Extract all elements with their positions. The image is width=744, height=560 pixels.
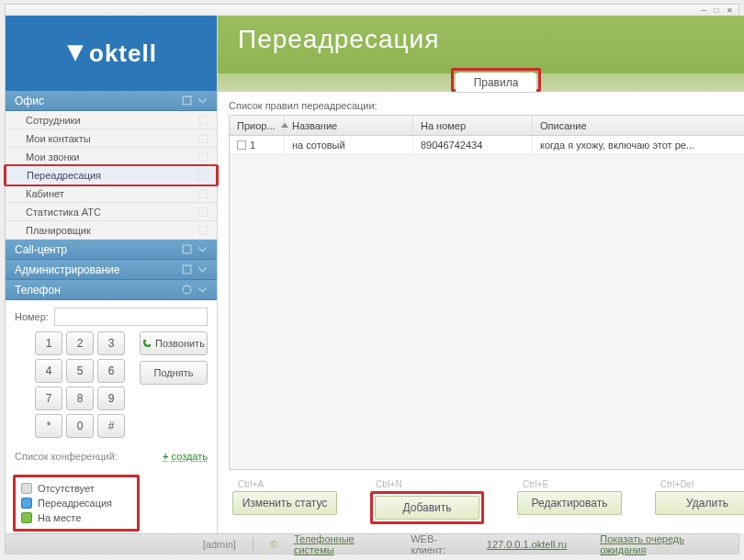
shortcut-label: Ctrl+A	[238, 479, 264, 489]
dial-label: Номер:	[15, 311, 49, 322]
col-label: Название	[292, 120, 337, 131]
grid-empty-area	[230, 154, 744, 469]
button-label: Удалить	[686, 497, 728, 510]
svg-point-3	[183, 286, 191, 294]
rules-grid: Приор... Название На номер Описание 1	[229, 115, 744, 470]
show-queue-link[interactable]: Показать очередь ожидания	[600, 533, 729, 555]
delete-button[interactable]: Удалить	[655, 491, 744, 515]
change-status-button[interactable]: Изменить статус	[232, 491, 337, 515]
nav-group-callcenter[interactable]: Call-центр	[6, 240, 217, 260]
sidebar-item-contacts[interactable]: Мои контакты	[6, 129, 217, 148]
key-5[interactable]: 5	[66, 359, 94, 383]
web-client-link[interactable]: 127.0.0.1.oktell.ru	[487, 539, 567, 550]
app-window: ─ □ ✕ oktell Офис	[5, 4, 739, 554]
sidebar-item-label: Мои звонки	[26, 151, 80, 162]
doc-icon	[182, 95, 192, 106]
phone-systems-link[interactable]: Телефонные системы	[294, 533, 394, 555]
sidebar-item-statistics[interactable]: Статистика АТС	[6, 203, 217, 221]
key-0[interactable]: 0	[66, 414, 94, 438]
cell-description: когда я ухожу, включаю этот ре...	[533, 136, 744, 153]
dial-input[interactable]	[54, 308, 208, 326]
sidebar-item-label: Планировщик	[26, 225, 91, 236]
edit-button[interactable]: Редактировать	[517, 491, 622, 515]
key-2[interactable]: 2	[66, 331, 94, 355]
item-indicator-icon	[198, 152, 208, 162]
dial-panel: Номер: 1 2 3 4 5 6 7 8 9 * 0	[6, 300, 217, 438]
logo-icon	[65, 43, 85, 63]
table-row[interactable]: 1 на сотовый 89046742434 когда я ухожу, …	[230, 136, 744, 154]
main-header: Переадресация Правила	[218, 16, 744, 91]
rules-list-label: Список правил переадресации:	[229, 100, 744, 111]
main-panel: Переадресация Правила Список правил пере…	[218, 16, 744, 533]
col-number[interactable]: На номер	[413, 116, 533, 135]
app-body: oktell Офис Сотрудники Мои контакт	[6, 16, 738, 533]
key-6[interactable]: 6	[97, 359, 125, 383]
doc-icon	[182, 264, 192, 274]
col-label: Приор...	[237, 120, 276, 131]
key-4[interactable]: 4	[35, 359, 62, 383]
nav-group-office[interactable]: Офис	[6, 91, 217, 111]
sidebar-item-calls[interactable]: Мои звонки	[6, 148, 217, 166]
key-9[interactable]: 9	[97, 386, 125, 410]
create-conference-link[interactable]: + создать	[163, 451, 208, 462]
chevron-down-icon	[197, 264, 208, 274]
add-button[interactable]: Добавить	[375, 496, 479, 520]
grid-body: 1 на сотовый 89046742434 когда я ухожу, …	[230, 136, 744, 154]
sidebar-item-cabinet[interactable]: Кабинет	[6, 185, 217, 203]
col-label: Описание	[540, 120, 587, 131]
current-user: [admin]	[15, 539, 236, 550]
call-button[interactable]: Позвонить	[140, 331, 208, 355]
status-color-icon	[21, 483, 32, 494]
key-hash[interactable]: #	[97, 414, 125, 438]
highlight-nav-forwarding: Переадресация	[4, 164, 219, 186]
sidebar-nav: Офис Сотрудники Мои контакты Мои звонки	[6, 91, 217, 300]
item-indicator-icon	[198, 207, 208, 217]
sidebar: oktell Офис Сотрудники Мои контакт	[6, 16, 218, 533]
key-8[interactable]: 8	[66, 386, 94, 410]
item-indicator-icon	[198, 134, 208, 143]
status-label: На месте	[38, 512, 81, 523]
svg-rect-1	[183, 245, 191, 253]
status-absent[interactable]: Отсутствует	[21, 481, 131, 496]
close-icon[interactable]: ✕	[724, 6, 735, 14]
pickup-button[interactable]: Поднять	[140, 361, 208, 385]
col-name[interactable]: Название	[285, 116, 413, 135]
action-bar: Ctrl+A Изменить статус Ctrl+N Добавить	[229, 470, 744, 533]
key-3[interactable]: 3	[97, 331, 125, 355]
dial-keypad: 1 2 3 4 5 6 7 8 9 * 0 #	[35, 331, 125, 438]
status-label: Переадресация	[38, 498, 112, 509]
minimize-icon[interactable]: ─	[698, 6, 709, 14]
shortcut-label: Ctrl+E	[523, 479, 548, 489]
item-indicator-icon	[198, 189, 208, 198]
call-button-label: Позвонить	[155, 338, 205, 349]
window-titlebar: ─ □ ✕	[6, 5, 738, 16]
maximize-icon[interactable]: □	[711, 6, 722, 14]
sidebar-item-employees[interactable]: Сотрудники	[6, 111, 217, 129]
nav-group-phone[interactable]: Телефон	[6, 280, 217, 300]
phone-icon	[142, 339, 152, 348]
sidebar-item-scheduler[interactable]: Планировщик	[6, 221, 217, 240]
status-forwarding[interactable]: Переадресация	[21, 496, 131, 510]
status-present[interactable]: На месте	[21, 510, 131, 525]
key-1[interactable]: 1	[35, 331, 62, 355]
row-checkbox[interactable]	[237, 140, 246, 150]
nav-group-label: Телефон	[15, 284, 61, 297]
col-priority[interactable]: Приор...	[230, 116, 285, 135]
logo: oktell	[6, 16, 217, 91]
headset-icon	[182, 285, 192, 295]
nav-group-label: Администрирование	[15, 263, 119, 276]
tab-rules[interactable]: Правила	[456, 73, 537, 93]
key-star[interactable]: *	[35, 414, 62, 438]
col-description[interactable]: Описание	[533, 116, 744, 135]
sidebar-item-label: Статистика АТС	[26, 207, 101, 218]
sidebar-item-forwarding[interactable]: Переадресация	[6, 166, 216, 185]
item-indicator-icon	[198, 226, 208, 235]
tab-label: Правила	[474, 76, 519, 89]
nav-group-admin[interactable]: Администрирование	[6, 260, 217, 280]
cell-name: на сотовый	[285, 136, 413, 153]
nav-group-label: Офис	[15, 95, 44, 107]
web-client-label: WEB-клиент:	[411, 533, 470, 555]
key-7[interactable]: 7	[35, 386, 62, 410]
chevron-down-icon	[197, 244, 208, 254]
cell-number: 89046742434	[413, 136, 533, 153]
